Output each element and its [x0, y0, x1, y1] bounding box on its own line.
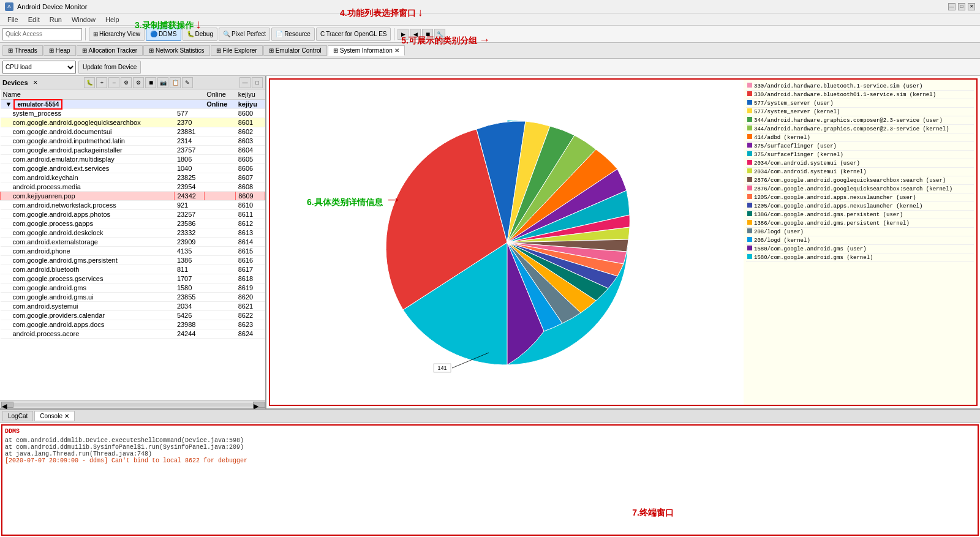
tab-close-icon[interactable]: ✕: [394, 47, 399, 54]
table-row[interactable]: android.process.media239548608: [1, 182, 265, 192]
scroll-right-btn[interactable]: ▶: [253, 402, 265, 408]
tab-file-explorer[interactable]: ⊞ File Explorer: [211, 45, 263, 56]
tabs-bar: ⊞ Threads⊞ Heap⊞ Allocation Tracker⊞ Net…: [0, 43, 980, 59]
list-item: 2034/com.android.systemui (kernel): [746, 168, 974, 176]
device-add-btn[interactable]: +: [96, 77, 107, 88]
panel-max-btn[interactable]: □: [252, 77, 263, 88]
device-btn4[interactable]: ⚙: [121, 77, 132, 88]
pie-container: 141 330/android.hardware.bluetooth.1-ser…: [270, 80, 976, 405]
table-row[interactable]: com.google.android.googlequicksearchbox2…: [1, 118, 265, 127]
tab-emulator-control[interactable]: ⊞ Emulator Control: [263, 45, 327, 56]
titlebar: A Android Device Monitor — □ ✕: [0, 0, 980, 13]
list-item: 2876/com.google.android.googlequicksearc…: [746, 176, 974, 185]
pixel-icon: 🔍: [223, 31, 230, 37]
tab-logcat[interactable]: LogCat: [2, 411, 33, 421]
debug-button[interactable]: 🐛 Debug: [183, 28, 217, 41]
device-debug-btn[interactable]: 🐛: [84, 77, 95, 88]
table-row[interactable]: com.android.emulator.multidisplay1806860…: [1, 155, 265, 164]
device-btn5[interactable]: ⚙: [133, 77, 144, 88]
device-remove-btn[interactable]: –: [108, 77, 119, 88]
toolbar-btn-4[interactable]: 🔧: [434, 29, 445, 40]
main-layout: Devices ✕ 🐛 + – ⚙ ⚙ ⏹ 📷 📋 ✎ — □ Name: [0, 76, 980, 408]
tab-icon-2: ⊞: [82, 47, 87, 54]
tab-threads[interactable]: ⊞ Threads: [2, 45, 43, 56]
console-output: DDMS at com.android.ddmlib.Device.execut…: [1, 424, 979, 536]
horizontal-scrollbar[interactable]: [13, 403, 253, 407]
chart-area: 141 330/android.hardware.bluetooth.1-ser…: [269, 78, 978, 406]
list-item: 1205/com.google.android.apps.nexuslaunch…: [746, 193, 974, 202]
device-btn8[interactable]: 📋: [170, 77, 181, 88]
table-row[interactable]: com.google.android.deskclock233328613: [1, 228, 265, 238]
ddms-button[interactable]: 🔵 DDMS: [146, 28, 181, 41]
hierarchy-icon: ⊞: [93, 31, 98, 37]
table-row[interactable]: com.google.android.inputmethod.latin2314…: [1, 137, 265, 146]
devices-label: Devices: [2, 79, 28, 86]
maximize-button[interactable]: □: [958, 3, 965, 10]
table-row[interactable]: com.google.android.documentsui238818602: [1, 127, 265, 137]
tab-heap[interactable]: ⊞ Heap: [43, 45, 76, 56]
tab-allocation-tracker[interactable]: ⊞ Allocation Tracker: [77, 45, 143, 56]
search-input[interactable]: [2, 28, 82, 40]
menu-item-edit[interactable]: Edit: [23, 15, 45, 24]
panel-min-btn[interactable]: —: [239, 77, 251, 88]
table-row[interactable]: com.google.android.packageinstaller23757…: [1, 146, 265, 155]
table-row[interactable]: com.android.systemui20348621: [1, 302, 265, 311]
menu-item-file[interactable]: File: [2, 15, 23, 24]
menu-item-window[interactable]: Window: [67, 15, 100, 24]
pixel-perfect-button[interactable]: 🔍 Pixel Perfect: [219, 28, 270, 41]
bottom-panel: LogCat Console ✕ DDMS at com.android.ddm…: [0, 408, 980, 537]
list-item: 330/android.hardware.bluetooth01.1-servi…: [746, 91, 974, 99]
scroll-left-btn[interactable]: ◀: [1, 402, 13, 408]
table-row[interactable]: com.android.phone41358615: [1, 247, 265, 256]
device-btn7[interactable]: 📷: [157, 77, 168, 88]
table-row[interactable]: com.android.keychain238258607: [1, 173, 265, 182]
devices-x-icon: ✕: [33, 80, 38, 86]
table-row[interactable]: com.android.externalstorage239098614: [1, 238, 265, 247]
table-row[interactable]: com.google.android.apps.photos232578611: [1, 210, 265, 219]
console-line: at java.lang.Thread.run(Thread.java:748): [5, 451, 975, 457]
table-row[interactable]: system_process5778600: [1, 109, 265, 118]
list-item: 208/logd (user): [746, 228, 974, 236]
toolbar-btn-3[interactable]: ⏹: [422, 29, 433, 40]
tracer-button[interactable]: C Tracer for OpenGL ES: [316, 28, 391, 41]
list-item: 1386/com.google.android.gms.persistent (…: [746, 219, 974, 228]
console-line: at com.android.ddmlib.Device.executeShel…: [5, 437, 975, 444]
table-row[interactable]: com.android.networkstack.process9218610: [1, 201, 265, 210]
devices-header: Devices ✕ 🐛 + – ⚙ ⚙ ⏹ 📷 📋 ✎ — □: [0, 76, 265, 89]
device-btn6[interactable]: ⏹: [145, 77, 156, 88]
device-row[interactable]: ▼ emulator-5554Onlinekejiyu: [1, 100, 265, 109]
menu-item-help[interactable]: Help: [100, 15, 124, 24]
tab-system-information[interactable]: ⊞ System Information ✕: [328, 45, 405, 56]
table-row[interactable]: com.google.android.gms.ui238558620: [1, 293, 265, 302]
table-row[interactable]: com.google.process.gapps235868612: [1, 219, 265, 228]
table-row[interactable]: android.process.acore242448624: [1, 329, 265, 339]
list-item: 1205/com.google.android.apps.nexuslaunch…: [746, 202, 974, 211]
table-row[interactable]: com.google.android.apps.docs239888623: [1, 320, 265, 329]
category-dropdown[interactable]: CPU load: [2, 61, 76, 74]
list-item: 208/logd (kernel): [746, 236, 974, 245]
resource-button[interactable]: 📄 Resource: [271, 28, 315, 41]
hierarchy-view-button[interactable]: ⊞ Hierarchy View: [89, 28, 145, 41]
table-row[interactable]: com.google.android.ext.services10408606: [1, 164, 265, 173]
table-row[interactable]: com.kejiyuanren.pop243428609: [1, 192, 265, 201]
right-panel: 141 330/android.hardware.bluetooth.1-ser…: [266, 76, 980, 408]
menu-item-run[interactable]: Run: [45, 15, 67, 24]
table-row[interactable]: com.google.android.gms15808619: [1, 284, 265, 293]
device-btn9[interactable]: ✎: [182, 77, 193, 88]
table-row[interactable]: com.google.process.gservices17078618: [1, 274, 265, 284]
table-row[interactable]: com.google.providers.calendar54268622: [1, 311, 265, 320]
main-toolbar: ⊞ Hierarchy View 🔵 DDMS 🐛 Debug 🔍 Pixel …: [0, 26, 980, 43]
table-row[interactable]: com.android.bluetooth8118617: [1, 265, 265, 274]
minimize-button[interactable]: —: [948, 3, 956, 10]
col-pid: [175, 89, 204, 100]
pie-svg-area: 141: [270, 80, 744, 405]
tab-network-statistics[interactable]: ⊞ Network Statistics: [143, 45, 209, 56]
toolbar-btn-1[interactable]: ▶: [398, 29, 409, 40]
toolbar-btn-2[interactable]: ◀: [410, 29, 421, 40]
table-row[interactable]: com.google.android.gms.persistent1386861…: [1, 256, 265, 265]
update-from-device-button[interactable]: Update from Device: [78, 61, 141, 74]
close-button[interactable]: ✕: [968, 3, 975, 10]
list-item: 1580/com.google.android.gms (user): [746, 245, 974, 253]
resource-icon: 📄: [276, 31, 283, 37]
tab-console[interactable]: Console ✕: [34, 411, 74, 421]
